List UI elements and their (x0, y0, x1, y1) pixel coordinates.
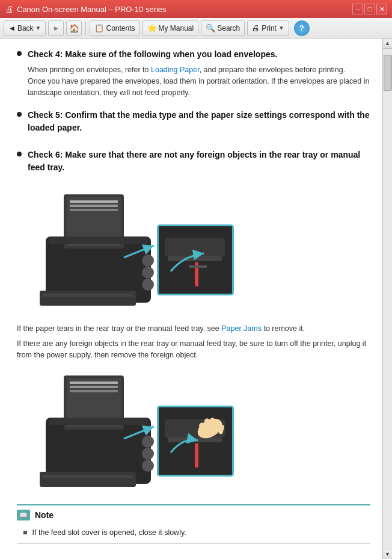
svg-rect-5 (70, 209, 118, 211)
svg-rect-15 (168, 256, 222, 261)
home-button[interactable]: 🏠 (66, 20, 82, 36)
printer-illustration-2 (28, 369, 166, 496)
check4-body3: Once you have prepared the envelopes, lo… (28, 77, 369, 97)
svg-rect-24 (49, 418, 148, 425)
check4-body2: , and prepare the envelopes before print… (200, 66, 346, 74)
svg-point-11 (142, 279, 154, 291)
separator-1 (85, 22, 86, 35)
svg-rect-21 (70, 381, 118, 384)
help-button[interactable]: ? (294, 20, 310, 36)
contents-label: Contents (106, 24, 135, 32)
check4-text: Check 4: Make sure of the following when… (28, 48, 370, 98)
contents-icon: 📋 (94, 23, 104, 32)
back-arrow-icon: ◄ (8, 24, 16, 32)
app-icon: 🖨 (5, 4, 13, 14)
para1-post: to remove it. (262, 324, 305, 333)
svg-rect-23 (70, 390, 118, 392)
my-manual-label: My Manual (159, 24, 194, 32)
check6-bullet (17, 152, 22, 156)
back-button[interactable]: ◄ Back ▼ (4, 20, 46, 36)
close-button[interactable]: ✕ (376, 4, 387, 14)
home-icon: 🏠 (69, 23, 79, 33)
check4-bullet (17, 51, 22, 56)
forward-button[interactable]: ► (48, 20, 64, 36)
svg-rect-4 (70, 205, 118, 207)
svg-rect-3 (70, 200, 118, 203)
help-icon: ? (299, 23, 304, 32)
check4-body: When printing on envelopes, refer to Loa… (28, 64, 370, 98)
image-container-2 (28, 369, 370, 496)
check4-body1: When printing on envelopes, refer to (28, 66, 151, 74)
maximize-button[interactable]: □ (364, 4, 375, 14)
image-container-1 (28, 188, 370, 315)
note-header: 📖 Note (17, 509, 370, 522)
back-label: Back (17, 24, 34, 32)
contents-button[interactable]: 📋 Contents (90, 20, 139, 36)
svg-rect-14 (165, 238, 225, 256)
toolbar: ◄ Back ▼ ► 🏠 📋 Contents ⭐ My Manual 🔍 Se… (0, 18, 392, 39)
note-item-1: ■ If the feed slot cover is opened, clos… (17, 525, 370, 540)
printer-illustration-1 (28, 188, 166, 315)
svg-rect-22 (70, 386, 118, 388)
para1: If the paper tears in the rear tray or t… (17, 323, 370, 335)
note-book-icon: 📖 (17, 510, 30, 520)
title-bar-controls: – □ ✕ (352, 4, 387, 14)
search-icon: 🔍 (206, 23, 215, 32)
check5-text: Check 5: Confirm that the media type and… (28, 109, 370, 138)
star-icon: ⭐ (147, 23, 157, 32)
svg-point-27 (142, 436, 154, 448)
check6-text: Check 6: Make sure that there are not an… (28, 149, 370, 178)
my-manual-button[interactable]: ⭐ My Manual (142, 20, 199, 36)
svg-rect-25 (40, 472, 136, 487)
print-label: Print (262, 24, 277, 32)
back-dropdown-icon: ▼ (35, 25, 41, 31)
detail-box-2 (157, 406, 234, 477)
svg-point-29 (142, 460, 154, 472)
forward-arrow-icon: ► (53, 24, 60, 32)
check4-item: Check 4: Make sure of the following when… (17, 48, 370, 98)
detail-svg-2 (159, 407, 234, 477)
note-box: 📖 Note ■ If the feed slot cover is opene… (17, 504, 370, 545)
detail-box-1 (157, 224, 234, 295)
scroll-track[interactable] (383, 49, 392, 549)
scroll-up-arrow[interactable]: ▲ (383, 39, 393, 49)
title-bar: 🖨 Canon On-screen Manual – PRO-10 series… (0, 0, 392, 18)
svg-point-28 (142, 448, 154, 460)
svg-rect-34 (195, 443, 198, 468)
svg-rect-6 (49, 236, 148, 244)
content-wrapper: Check 4: Make sure of the following when… (0, 39, 392, 559)
print-icon: 🖨 (252, 23, 260, 32)
title-bar-left: 🖨 Canon On-screen Manual – PRO-10 series (5, 4, 167, 14)
svg-point-10 (142, 267, 154, 279)
svg-rect-7 (40, 291, 136, 306)
para2: If there are any foreign objects in the … (17, 338, 370, 361)
svg-rect-26 (43, 475, 133, 478)
print-dropdown-icon: ▼ (278, 25, 284, 31)
check6-item: Check 6: Make sure that there are not an… (17, 149, 370, 178)
minimize-button[interactable]: – (352, 4, 363, 14)
check5-bullet (17, 112, 22, 117)
search-button[interactable]: 🔍 Search (201, 20, 245, 36)
svg-point-9 (142, 255, 154, 267)
check5-heading: Check 5: Confirm that the media type and… (28, 109, 370, 134)
main-content: Check 4: Make sure of the following when… (0, 39, 382, 559)
scrollbar[interactable]: ▲ ▼ (382, 39, 392, 559)
scroll-thumb[interactable] (384, 55, 392, 91)
print-button[interactable]: 🖨 Print ▼ (247, 20, 289, 36)
loading-paper-link[interactable]: Loading Paper (151, 66, 200, 74)
para1-pre: If the paper tears in the rear tray or t… (17, 324, 221, 333)
note-title: Note (35, 509, 54, 522)
scroll-down-arrow[interactable]: ▼ (383, 549, 393, 559)
paper-jams-link[interactable]: Paper Jams (221, 324, 262, 333)
check6-heading: Check 6: Make sure that there are not an… (28, 149, 370, 174)
search-label: Search (217, 24, 240, 32)
note-bullet: ■ (23, 527, 28, 539)
check5-item: Check 5: Confirm that the media type and… (17, 109, 370, 138)
note-item-text: If the feed slot cover is opened, close … (32, 527, 186, 539)
detail-svg-1 (159, 226, 234, 295)
check4-heading: Check 4: Make sure of the following when… (28, 48, 370, 61)
window-title: Canon On-screen Manual – PRO-10 series (17, 5, 167, 14)
svg-rect-17 (189, 265, 207, 268)
svg-rect-8 (43, 294, 133, 297)
